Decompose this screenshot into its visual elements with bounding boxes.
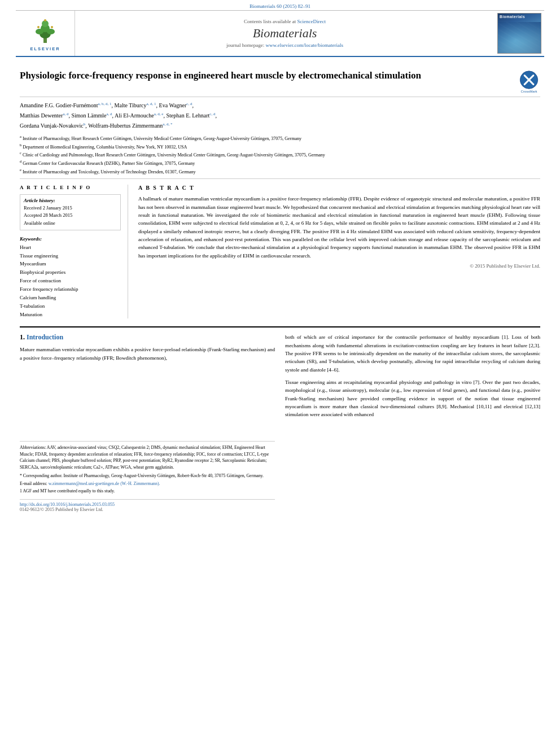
- author-wagner: Eva Wagner: [159, 102, 187, 108]
- journal-citation-bar: Biomaterials 60 (2015) 82–91: [0, 0, 560, 10]
- received-date: Received 2 January 2015: [24, 204, 117, 212]
- intro-right-col: both of which are of critical importance…: [285, 333, 540, 512]
- article-info-abstract-row: A R T I C L E I N F O Article history: R…: [20, 179, 540, 318]
- abbreviations-footnote: Abbreviations: AAV, adenovirus-associate…: [20, 444, 275, 471]
- author-zimmermann: Wolfram-Hubertus Zimmermann: [88, 123, 163, 129]
- authors-row-1: Amandine F.G. Godier-Furnémonta, b, d, 1…: [20, 101, 540, 110]
- journal-homepage-line: journal homepage: www.elsevier.com/locat…: [226, 42, 343, 48]
- svg-point-6: [37, 26, 40, 28]
- keyword-myocardium: Myocardium: [20, 260, 121, 268]
- intro-para-right-2: Tissue engineering aims at recapitulatin…: [285, 378, 540, 419]
- affil-c: c Clinic of Cardiology and Pulmonology, …: [20, 150, 540, 159]
- keyword-maturation: Maturation: [20, 311, 121, 319]
- article-title: Physiologic force-frequency response in …: [20, 69, 518, 82]
- intro-para-right-1: both of which are of critical importance…: [285, 333, 540, 374]
- email-address[interactable]: w.zimmermann@med.uni-goettingen.de (W.-H…: [49, 481, 160, 486]
- affil-d: d German Center for Cardiovascular Resea…: [20, 159, 540, 167]
- authors-section: Amandine F.G. Godier-Furnémonta, b, d, 1…: [20, 97, 540, 132]
- author-tiburcy-sup: a, d, 1: [147, 102, 156, 106]
- journal-header-center: Contents lists available at ScienceDirec…: [75, 11, 495, 56]
- svg-point-7: [51, 26, 53, 28]
- keyword-t-tubulation: T-tubulation: [20, 302, 121, 311]
- keywords-label: Keywords:: [20, 236, 121, 242]
- abstract-col: A B S T R A C T A hallmark of mature mam…: [138, 185, 540, 318]
- author-el-armouche: Ali El-Armouche: [115, 112, 154, 119]
- author-godier: Amandine F.G. Godier-Furnémont: [20, 102, 98, 108]
- issn-line: 0142-9612/© 2015 Published by Elsevier L…: [20, 507, 275, 512]
- affil-e: e Institute of Pharmacology and Toxicolo…: [20, 167, 540, 176]
- email-footnote: E-mail address: w.zimmermann@med.uni-goe…: [20, 480, 275, 487]
- available-online: Available online: [24, 220, 117, 227]
- corresponding-footnote: * Corresponding author. Institute of Pha…: [20, 473, 275, 479]
- elsevier-tree-icon: [28, 16, 62, 45]
- keyword-biophysical: Biophysical properties: [20, 268, 121, 277]
- authors-row-3: Gordana Vunjak-Novakovicb, Wolfram-Huber…: [20, 121, 540, 130]
- article-history-box: Article history: Received 2 January 2015…: [20, 194, 121, 230]
- copyright-line: © 2015 Published by Elsevier Ltd.: [138, 263, 540, 269]
- article-title-section: Physiologic force-frequency response in …: [20, 63, 540, 97]
- author-dewenter: Matthias Dewenter: [20, 112, 63, 119]
- equal-contrib-footnote: 1 AGF and MT have contributed equally to…: [20, 488, 275, 495]
- author-vunjak: Gordana Vunjak-Novakovic: [20, 123, 84, 129]
- crossmark-badge[interactable]: CrossMark: [518, 71, 540, 93]
- email-label: E-mail address:: [20, 481, 47, 486]
- author-lammle: Simon Lämmle: [71, 112, 106, 119]
- keyword-calcium: Calcium handling: [20, 294, 121, 302]
- elsevier-logo-container: ELSEVIER: [16, 11, 75, 56]
- bottom-bar: http://dx.doi.org/10.1016/j.biomaterials…: [20, 499, 275, 512]
- journal-cover-image: Biomaterials: [495, 11, 544, 56]
- author-tiburcy: Malte Tiburcy: [115, 102, 147, 108]
- svg-point-8: [44, 19, 46, 21]
- keywords-section: Keywords: Heart Tissue engineering Myoca…: [20, 236, 121, 319]
- cover-label: Biomaterials: [498, 14, 527, 20]
- sciencedirect-link[interactable]: ScienceDirect: [298, 19, 326, 24]
- abstract-header: A B S T R A C T: [138, 185, 540, 191]
- intro-two-col: 1. Introduction Mature mammalian ventric…: [20, 333, 540, 512]
- intro-left-col: 1. Introduction Mature mammalian ventric…: [20, 333, 275, 512]
- elsevier-wordmark: ELSEVIER: [30, 46, 60, 51]
- keyword-tissue-engineering: Tissue engineering: [20, 252, 121, 260]
- affiliations-section: a Institute of Pharmacology, Heart Resea…: [20, 132, 540, 179]
- abstract-text: A hallmark of mature mammalian ventricul…: [138, 195, 540, 260]
- author-lehnart: Stephan E. Lehnart: [166, 112, 209, 119]
- affil-b: b Department of Biomedical Engineering, …: [20, 142, 540, 151]
- keyword-heart: Heart: [20, 243, 121, 252]
- svg-point-4: [36, 29, 43, 34]
- accepted-date: Accepted 28 March 2015: [24, 212, 117, 219]
- main-content: Physiologic force-frequency response in …: [0, 57, 560, 518]
- journal-citation: Biomaterials 60 (2015) 82–91: [250, 3, 310, 9]
- keyword-force-contraction: Force of contraction: [20, 277, 121, 285]
- author-wagner-sup: c, d: [186, 102, 192, 106]
- homepage-url[interactable]: www.elsevier.com/locate/biomaterials: [266, 42, 343, 48]
- keyword-ffr: Force frequency relationship: [20, 285, 121, 294]
- history-label: Article history:: [24, 198, 117, 203]
- doi-line[interactable]: http://dx.doi.org/10.1016/j.biomaterials…: [20, 502, 275, 507]
- journal-main-title: Biomaterials: [253, 26, 317, 41]
- contents-line: Contents lists available at ScienceDirec…: [244, 19, 326, 24]
- author-godier-sup: a, b, d, 1: [98, 102, 111, 106]
- intro-para-1: Mature mammalian ventricular myocardium …: [20, 346, 275, 362]
- footnotes-section: Abbreviations: AAV, adenovirus-associate…: [20, 441, 275, 495]
- article-info-col: A R T I C L E I N F O Article history: R…: [20, 185, 128, 318]
- journal-header: ELSEVIER Contents lists available at Sci…: [16, 10, 544, 57]
- article-info-header: A R T I C L E I N F O: [20, 185, 121, 190]
- affil-a: a Institute of Pharmacology, Heart Resea…: [20, 134, 540, 142]
- introduction-section: 1. Introduction Mature mammalian ventric…: [20, 327, 540, 512]
- authors-row-2: Matthias Dewentera, d, Simon Lämmlea, d,…: [20, 111, 540, 120]
- section-1-title: 1. Introduction: [20, 333, 275, 342]
- svg-point-5: [47, 29, 55, 34]
